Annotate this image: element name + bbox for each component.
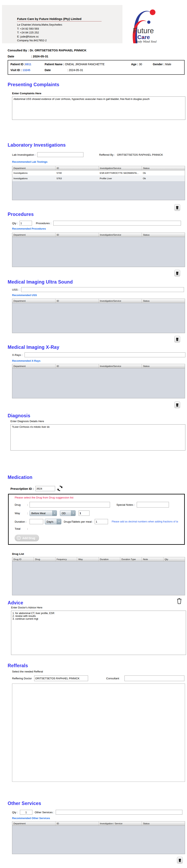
trash-icon: [176, 206, 179, 210]
col-way: Way: [77, 557, 99, 561]
col-id: ID: [55, 233, 99, 237]
complaints-textarea[interactable]: Abdominal USS showed evidence of Liver c…: [12, 96, 185, 120]
visit-id-cell: Visit ID : 13245: [10, 68, 45, 72]
way-select[interactable]: Before Meal ▼: [30, 510, 57, 516]
col-drug-id: Drug ID: [12, 557, 34, 561]
frequency-select[interactable]: OD ▼: [60, 510, 76, 516]
prescription-row: Prescription ID :: [10, 485, 187, 492]
xray-delete-button[interactable]: [174, 402, 180, 408]
drug-suggestion-warning: Please select the Drug from Drug suggess…: [15, 496, 184, 499]
lab-table-header: Department ID Investigation/Service Stat…: [12, 166, 185, 170]
logo-heart-icon: ♥: [142, 36, 144, 39]
age-label: Age :: [131, 63, 138, 66]
section-title-complaints: Presenting Complaints: [8, 82, 187, 87]
lab-table-row[interactable]: Investigations 5763 Profile Liver Ok: [12, 176, 185, 181]
procedures-input[interactable]: [53, 221, 181, 225]
col-department: Department: [12, 233, 55, 237]
trash-icon: [176, 403, 179, 407]
total-colon: :: [27, 527, 30, 530]
col-duration: Duration: [99, 557, 120, 561]
section-title-advice: Advice: [8, 600, 23, 606]
refferals-label: Select the needed Refferal: [12, 670, 187, 673]
section-title-xray: Medical Imaging X-Ray: [8, 345, 187, 350]
drug-input[interactable]: [30, 502, 110, 507]
trash-icon: [177, 598, 182, 604]
diagnosis-label: Enter Diagnosis Details Here: [10, 420, 187, 423]
chevron-down-icon: ▼: [52, 510, 57, 516]
refresh-prescription-button[interactable]: [57, 485, 63, 492]
other-services-delete-button[interactable]: [177, 857, 183, 864]
plus-icon: +: [17, 536, 21, 540]
other-services-input[interactable]: [56, 810, 182, 815]
complaints-label: Enter Complaints Here: [12, 92, 187, 95]
way-colon: :: [27, 512, 30, 515]
add-drug-button[interactable]: + Add Drug: [15, 535, 39, 541]
procedures-table-header: Department ID Investigation/Service Stat…: [12, 233, 185, 237]
uss-input[interactable]: [21, 287, 184, 292]
other-qty-input[interactable]: [20, 810, 32, 815]
procedures-delete-button[interactable]: [174, 270, 180, 277]
way-label: Way: [15, 512, 27, 515]
cell-department: Investigations: [12, 177, 55, 180]
recommended-xray-link[interactable]: Recommended X-Rays: [12, 359, 187, 362]
logo-word-future: Future: [133, 27, 154, 35]
logo-tagline: Body Mind Soul: [135, 40, 157, 43]
consultant-input[interactable]: [124, 676, 184, 681]
recommended-procedures-link[interactable]: Recommended Procedures: [12, 227, 187, 230]
lab-delete-button[interactable]: [174, 204, 180, 211]
patient-id-cell: Patient ID :6911: [10, 63, 45, 66]
col-service: Investigation/Service: [99, 166, 142, 170]
diagnosis-textarea[interactable]: ?Liver Cirrhosis r/o mitotic liver dx: [10, 424, 185, 451]
recommended-uss-link[interactable]: Recommended USS: [12, 293, 187, 297]
trash-icon: [178, 858, 181, 862]
company-phone1: T: +24 82 593 593: [17, 27, 102, 31]
procedures-table: Department ID Investigation/Service Stat…: [12, 232, 185, 267]
uss-delete-button[interactable]: [174, 336, 180, 343]
dose-input[interactable]: [79, 510, 89, 516]
way-select-value: Before Meal: [30, 510, 52, 516]
patient-id-value: 6911: [25, 63, 31, 66]
col-duration-type: Duration Type: [120, 557, 142, 561]
recommended-lab-link[interactable]: Recommended Lab Testings: [12, 160, 187, 163]
duration-input[interactable]: [30, 519, 43, 524]
company-details: Le Chainter,Victoria,Mahe,Seychelles T: …: [17, 23, 102, 42]
advice-delete-button[interactable]: [176, 597, 183, 605]
section-title-other-services: Other Services: [8, 801, 187, 806]
lab-investigation-input[interactable]: [37, 152, 83, 157]
other-services-label: Other Services :: [35, 811, 54, 814]
procedures-qty-label: Qty :: [12, 222, 18, 225]
lab-table: Department ID Investigation/Service Stat…: [12, 166, 185, 200]
col-id: ID: [55, 822, 99, 826]
xray-input[interactable]: [25, 352, 185, 357]
cell-service: ESR-ERYTHROCYTE SEDIMANTA...: [99, 172, 142, 174]
col-service: Investigation/Service: [99, 364, 142, 368]
special-notes-input[interactable]: [137, 502, 169, 507]
procedures-input-label: Procedures :: [36, 222, 51, 225]
advice-textarea[interactable]: 1. for abdominal CT, liver profile, ESR …: [11, 611, 186, 655]
procedures-qty-input[interactable]: [20, 221, 32, 225]
refferal-list-box[interactable]: [12, 684, 185, 782]
visit-date-cell: Date: 2024-05-31: [45, 68, 182, 72]
patient-row-1: Patient ID :6911 Patient Name : ONEAL JR…: [10, 63, 182, 66]
visit-id-label: Visit ID :: [10, 68, 22, 72]
consultation-page: Future Care by Future Holdings (Pty) Lim…: [0, 0, 187, 868]
drug-list-table: Drug ID Drug Fequency Way Duration Durat…: [12, 557, 185, 595]
prescription-id-input[interactable]: [35, 486, 55, 491]
trash-icon: [176, 271, 179, 275]
drug-label: Drug: [15, 503, 27, 506]
xray-table: Department ID Investigation/Service Stat…: [12, 364, 185, 398]
reffering-doctor-input[interactable]: [34, 676, 88, 681]
per-meal-input[interactable]: [95, 519, 108, 524]
lab-table-row[interactable]: Investigations 5740 ESR-ERYTHROCYTE SEDI…: [12, 170, 185, 176]
section-title-diagnosis: Diagnosis: [8, 413, 187, 418]
recommended-other-services-link[interactable]: Recommended Other Services: [12, 817, 187, 820]
add-drug-label: Add Drug: [22, 536, 35, 540]
lab-input-row: Lab Investingation : Reffered By : ORITS…: [12, 152, 187, 157]
duration-unit-select[interactable]: Day/s ▼: [45, 519, 61, 524]
patient-name-cell: Patient Name : ONEAL JROHAM FANCHETTE: [45, 63, 131, 66]
visit-date-label: Date: [45, 68, 67, 72]
lab-input-label: Lab Investingation :: [12, 153, 36, 156]
cell-id: 5740: [55, 172, 99, 174]
special-notes-label: Special Notes :: [116, 503, 135, 506]
referred-by-label: Reffered By :: [99, 153, 115, 156]
